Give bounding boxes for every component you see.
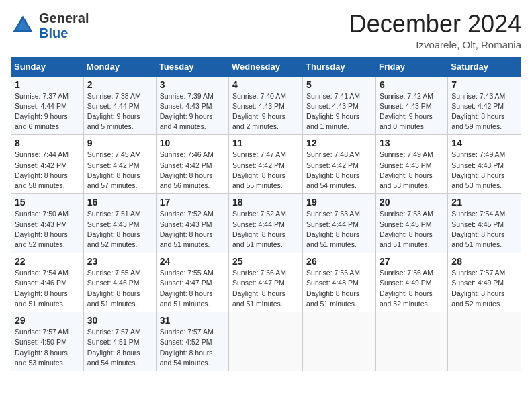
calendar-week-row: 1Sunrise: 7:37 AM Sunset: 4:44 PM Daylig… bbox=[11, 76, 521, 135]
day-detail: Sunrise: 7:49 AM Sunset: 4:43 PM Dayligh… bbox=[380, 150, 444, 191]
table-row: 2Sunrise: 7:38 AM Sunset: 4:44 PM Daylig… bbox=[83, 76, 156, 135]
day-number: 5 bbox=[306, 79, 372, 90]
day-number: 31 bbox=[160, 315, 225, 326]
day-number: 26 bbox=[306, 256, 372, 267]
table-row: 31Sunrise: 7:57 AM Sunset: 4:52 PM Dayli… bbox=[156, 312, 228, 371]
calendar-table: Sunday Monday Tuesday Wednesday Thursday… bbox=[11, 57, 521, 371]
day-detail: Sunrise: 7:39 AM Sunset: 4:43 PM Dayligh… bbox=[160, 91, 225, 132]
day-number: 11 bbox=[232, 138, 299, 148]
day-number: 4 bbox=[232, 79, 299, 90]
table-row: 13Sunrise: 7:49 AM Sunset: 4:43 PM Dayli… bbox=[375, 135, 447, 194]
day-number: 14 bbox=[451, 138, 517, 148]
day-detail: Sunrise: 7:53 AM Sunset: 4:45 PM Dayligh… bbox=[380, 209, 444, 250]
day-number: 16 bbox=[87, 197, 152, 208]
day-number: 10 bbox=[160, 138, 225, 148]
table-row: 6Sunrise: 7:42 AM Sunset: 4:43 PM Daylig… bbox=[375, 76, 447, 135]
table-row bbox=[303, 312, 376, 371]
calendar-week-row: 15Sunrise: 7:50 AM Sunset: 4:43 PM Dayli… bbox=[11, 194, 521, 253]
calendar-header-row: Sunday Monday Tuesday Wednesday Thursday… bbox=[11, 57, 521, 76]
col-thursday: Thursday bbox=[303, 57, 376, 76]
day-detail: Sunrise: 7:52 AM Sunset: 4:43 PM Dayligh… bbox=[160, 209, 225, 250]
month-title: December 2024 bbox=[349, 11, 521, 38]
col-monday: Monday bbox=[83, 57, 156, 76]
day-number: 28 bbox=[451, 256, 517, 267]
day-number: 19 bbox=[306, 197, 372, 208]
table-row: 8Sunrise: 7:44 AM Sunset: 4:42 PM Daylig… bbox=[11, 135, 84, 194]
logo-general-text: General bbox=[39, 11, 89, 26]
day-detail: Sunrise: 7:56 AM Sunset: 4:49 PM Dayligh… bbox=[380, 268, 444, 309]
day-detail: Sunrise: 7:55 AM Sunset: 4:47 PM Dayligh… bbox=[160, 268, 225, 309]
day-detail: Sunrise: 7:51 AM Sunset: 4:43 PM Dayligh… bbox=[87, 209, 152, 250]
day-detail: Sunrise: 7:48 AM Sunset: 4:42 PM Dayligh… bbox=[306, 150, 372, 191]
calendar-week-row: 8Sunrise: 7:44 AM Sunset: 4:42 PM Daylig… bbox=[11, 135, 521, 194]
table-row: 25Sunrise: 7:56 AM Sunset: 4:47 PM Dayli… bbox=[229, 253, 303, 312]
day-detail: Sunrise: 7:47 AM Sunset: 4:42 PM Dayligh… bbox=[232, 150, 299, 191]
table-row: 1Sunrise: 7:37 AM Sunset: 4:44 PM Daylig… bbox=[11, 76, 84, 135]
table-row: 10Sunrise: 7:46 AM Sunset: 4:42 PM Dayli… bbox=[156, 135, 228, 194]
page-header: General Blue December 2024 Izvoarele, Ol… bbox=[11, 11, 521, 50]
day-detail: Sunrise: 7:54 AM Sunset: 4:46 PM Dayligh… bbox=[15, 268, 80, 309]
table-row: 30Sunrise: 7:57 AM Sunset: 4:51 PM Dayli… bbox=[83, 312, 156, 371]
day-number: 12 bbox=[306, 138, 372, 148]
day-number: 27 bbox=[380, 256, 444, 267]
table-row: 22Sunrise: 7:54 AM Sunset: 4:46 PM Dayli… bbox=[11, 253, 84, 312]
day-detail: Sunrise: 7:37 AM Sunset: 4:44 PM Dayligh… bbox=[15, 91, 80, 132]
day-number: 13 bbox=[380, 138, 444, 148]
day-detail: Sunrise: 7:42 AM Sunset: 4:43 PM Dayligh… bbox=[380, 91, 444, 132]
table-row: 14Sunrise: 7:49 AM Sunset: 4:43 PM Dayli… bbox=[448, 135, 521, 194]
day-number: 18 bbox=[232, 197, 299, 208]
day-number: 30 bbox=[87, 315, 152, 326]
table-row: 5Sunrise: 7:41 AM Sunset: 4:43 PM Daylig… bbox=[303, 76, 376, 135]
day-detail: Sunrise: 7:45 AM Sunset: 4:42 PM Dayligh… bbox=[87, 150, 152, 191]
col-tuesday: Tuesday bbox=[156, 57, 228, 76]
logo-blue-text: Blue bbox=[39, 26, 68, 40]
table-row: 27Sunrise: 7:56 AM Sunset: 4:49 PM Dayli… bbox=[375, 253, 447, 312]
table-row: 12Sunrise: 7:48 AM Sunset: 4:42 PM Dayli… bbox=[303, 135, 376, 194]
table-row: 20Sunrise: 7:53 AM Sunset: 4:45 PM Dayli… bbox=[375, 194, 447, 253]
title-block: December 2024 Izvoarele, Olt, Romania bbox=[349, 11, 521, 50]
day-number: 17 bbox=[160, 197, 225, 208]
day-detail: Sunrise: 7:57 AM Sunset: 4:51 PM Dayligh… bbox=[87, 327, 152, 368]
day-detail: Sunrise: 7:56 AM Sunset: 4:47 PM Dayligh… bbox=[232, 268, 299, 309]
day-number: 3 bbox=[160, 79, 225, 90]
table-row bbox=[448, 312, 521, 371]
table-row: 29Sunrise: 7:57 AM Sunset: 4:50 PM Dayli… bbox=[11, 312, 84, 371]
day-detail: Sunrise: 7:49 AM Sunset: 4:43 PM Dayligh… bbox=[451, 150, 517, 191]
day-detail: Sunrise: 7:52 AM Sunset: 4:44 PM Dayligh… bbox=[232, 209, 299, 250]
day-detail: Sunrise: 7:57 AM Sunset: 4:52 PM Dayligh… bbox=[160, 327, 225, 368]
table-row: 19Sunrise: 7:53 AM Sunset: 4:44 PM Dayli… bbox=[303, 194, 376, 253]
table-row: 28Sunrise: 7:57 AM Sunset: 4:49 PM Dayli… bbox=[448, 253, 521, 312]
day-detail: Sunrise: 7:53 AM Sunset: 4:44 PM Dayligh… bbox=[306, 209, 372, 250]
day-detail: Sunrise: 7:57 AM Sunset: 4:50 PM Dayligh… bbox=[15, 327, 80, 368]
day-detail: Sunrise: 7:41 AM Sunset: 4:43 PM Dayligh… bbox=[306, 91, 372, 132]
table-row: 23Sunrise: 7:55 AM Sunset: 4:46 PM Dayli… bbox=[83, 253, 156, 312]
table-row: 9Sunrise: 7:45 AM Sunset: 4:42 PM Daylig… bbox=[83, 135, 156, 194]
day-number: 8 bbox=[15, 138, 80, 148]
day-number: 21 bbox=[451, 197, 517, 208]
day-number: 23 bbox=[87, 256, 152, 267]
table-row: 11Sunrise: 7:47 AM Sunset: 4:42 PM Dayli… bbox=[229, 135, 303, 194]
day-number: 20 bbox=[380, 197, 444, 208]
calendar-week-row: 29Sunrise: 7:57 AM Sunset: 4:50 PM Dayli… bbox=[11, 312, 521, 371]
day-detail: Sunrise: 7:50 AM Sunset: 4:43 PM Dayligh… bbox=[15, 209, 80, 250]
table-row: 18Sunrise: 7:52 AM Sunset: 4:44 PM Dayli… bbox=[229, 194, 303, 253]
table-row: 7Sunrise: 7:43 AM Sunset: 4:42 PM Daylig… bbox=[448, 76, 521, 135]
day-number: 25 bbox=[232, 256, 299, 267]
day-number: 15 bbox=[15, 197, 80, 208]
col-saturday: Saturday bbox=[448, 57, 521, 76]
day-number: 24 bbox=[160, 256, 225, 267]
table-row bbox=[229, 312, 303, 371]
day-number: 2 bbox=[87, 79, 152, 90]
table-row: 15Sunrise: 7:50 AM Sunset: 4:43 PM Dayli… bbox=[11, 194, 84, 253]
day-detail: Sunrise: 7:57 AM Sunset: 4:49 PM Dayligh… bbox=[451, 268, 517, 309]
table-row bbox=[375, 312, 447, 371]
logo: General Blue bbox=[11, 11, 89, 40]
col-friday: Friday bbox=[375, 57, 447, 76]
col-wednesday: Wednesday bbox=[229, 57, 303, 76]
table-row: 26Sunrise: 7:56 AM Sunset: 4:48 PM Dayli… bbox=[303, 253, 376, 312]
day-number: 1 bbox=[15, 79, 80, 90]
day-detail: Sunrise: 7:43 AM Sunset: 4:42 PM Dayligh… bbox=[451, 91, 517, 132]
calendar-week-row: 22Sunrise: 7:54 AM Sunset: 4:46 PM Dayli… bbox=[11, 253, 521, 312]
day-number: 9 bbox=[87, 138, 152, 148]
day-detail: Sunrise: 7:54 AM Sunset: 4:45 PM Dayligh… bbox=[451, 209, 517, 250]
